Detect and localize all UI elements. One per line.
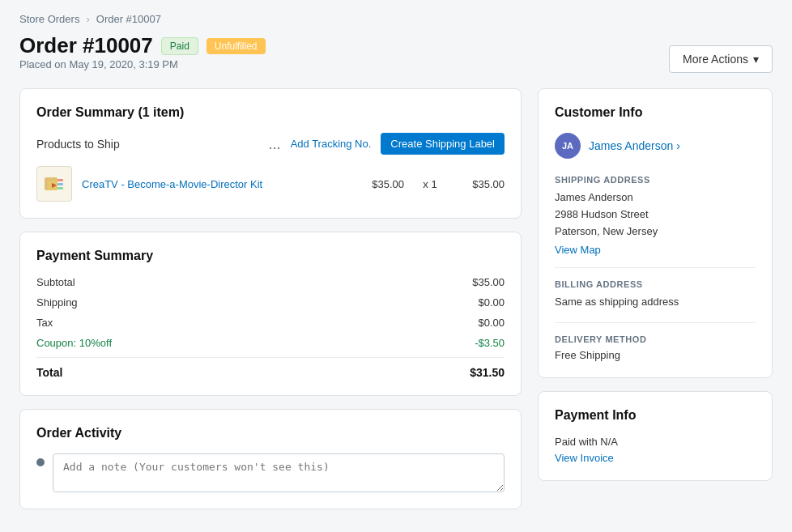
note-input[interactable] [53,453,505,492]
delivery-method-label: DELIVERY METHOD [555,334,756,344]
side-divider-2 [555,322,756,323]
shipping-address-line-2: 2988 Hudson Street [555,206,756,223]
billing-address-value: Same as shipping address [555,294,756,311]
customer-name: James Anderson [589,139,673,152]
breadcrumb-separator: › [86,13,89,25]
shipping-address-block: James Anderson 2988 Hudson Street Paters… [555,189,756,240]
payment-summary-rows: Subtotal $35.00 Shipping $0.00 Tax $0.00… [36,276,505,349]
customer-avatar: JA [555,133,581,159]
svg-rect-5 [57,187,63,189]
payment-summary-title: Payment Summary [36,249,505,263]
main-column: Order Summary (1 item) Products to Ship … [19,88,522,509]
payment-row-tax: Tax $0.00 [36,317,505,329]
product-total: $35.00 [456,178,505,190]
shipping-address-line-1: James Anderson [555,189,756,206]
dots-menu-button[interactable]: ... [269,137,281,151]
products-header-actions: ... Add Tracking No. Create Shipping Lab… [269,133,505,155]
page-subtitle: Placed on May 19, 2020, 3:19 PM [19,58,266,70]
delivery-method-value: Free Shipping [555,349,756,361]
shipping-label: Shipping [36,296,78,309]
create-shipping-label-button[interactable]: Create Shipping Label [381,133,505,155]
tax-label: Tax [36,317,53,329]
order-summary-card: Order Summary (1 item) Products to Ship … [19,88,522,219]
breadcrumb-parent[interactable]: Store Orders [19,13,79,25]
unfulfilled-badge: Unfulfilled [207,38,266,54]
payment-info-title: Payment Info [555,408,756,423]
customer-info-card: Customer Info JA James Anderson › SHIPPI… [538,88,773,378]
customer-name-link[interactable]: James Anderson › [589,139,680,152]
billing-address-label: BILLING ADDRESS [555,279,756,289]
tax-value: $0.00 [478,317,505,329]
subtotal-value: $35.00 [472,276,505,288]
order-summary-title: Order Summary (1 item) [36,105,505,120]
product-qty: x 1 [414,178,446,190]
order-activity-title: Order Activity [36,426,505,440]
customer-info-title: Customer Info [555,105,756,120]
products-to-ship-header: Products to Ship ... Add Tracking No. Cr… [36,133,505,155]
payment-row-shipping: Shipping $0.00 [36,296,505,309]
payment-total-row: Total $31.50 [36,366,505,379]
product-thumbnail [36,166,72,202]
product-row: CreaTV - Become-a-Movie-Director Kit $35… [36,166,505,202]
paid-badge: Paid [161,37,198,55]
dot-indicator [36,458,45,466]
page-header: Order #10007 Paid Unfulfilled Placed on … [19,33,773,85]
breadcrumb-current: Order #10007 [96,13,161,25]
paid-with-text: Paid with N/A [555,436,756,448]
page-title-row: Order #10007 Paid Unfulfilled [19,33,266,58]
page-title: Order #10007 [19,33,153,58]
side-divider-1 [555,267,756,268]
chevron-right-icon: › [676,139,680,152]
product-name[interactable]: CreaTV - Become-a-Movie-Director Kit [82,178,346,190]
customer-name-row: JA James Anderson › [555,133,756,159]
breadcrumb: Store Orders › Order #10007 [19,13,773,25]
coupon-value: -$3.50 [475,337,505,349]
order-activity-card: Order Activity [19,409,522,509]
view-invoice-link[interactable]: View Invoice [555,452,614,464]
svg-rect-4 [57,183,63,185]
content-layout: Order Summary (1 item) Products to Ship … [19,88,773,509]
note-input-area [36,453,505,492]
chevron-down-icon: ▾ [753,53,759,66]
shipping-value: $0.00 [478,296,505,309]
svg-rect-3 [57,179,63,181]
subtotal-label: Subtotal [36,276,75,288]
payment-summary-card: Payment Summary Subtotal $35.00 Shipping… [19,232,522,396]
payment-row-coupon: Coupon: 10%off -$3.50 [36,337,505,349]
payment-row-subtotal: Subtotal $35.00 [36,276,505,288]
payment-divider [36,357,505,358]
products-to-ship-label: Products to Ship [36,138,120,151]
view-map-link[interactable]: View Map [555,244,601,256]
add-tracking-button[interactable]: Add Tracking No. [291,138,372,150]
side-column: Customer Info JA James Anderson › SHIPPI… [538,88,773,481]
product-price: $35.00 [356,178,404,190]
shipping-address-label: SHIPPING ADDRESS [555,175,756,185]
payment-info-card: Payment Info Paid with N/A View Invoice [538,391,773,481]
total-label: Total [36,366,62,379]
total-value: $31.50 [470,366,505,379]
more-actions-button[interactable]: More Actions ▾ [669,45,773,73]
coupon-label: Coupon: 10%off [36,337,112,349]
shipping-address-line-3: Paterson, New Jersey [555,223,756,240]
